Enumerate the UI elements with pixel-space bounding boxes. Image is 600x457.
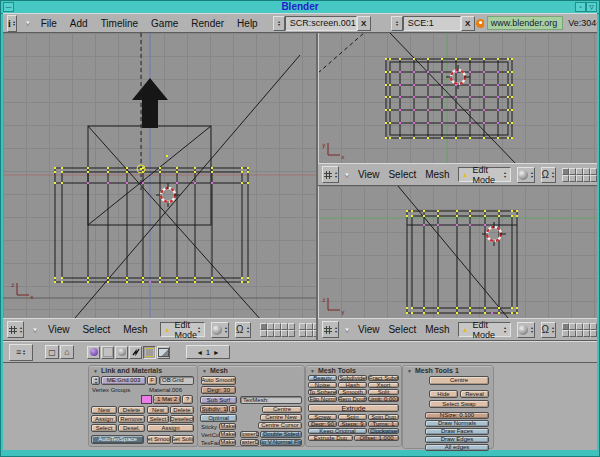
viewport-side-canvas[interactable]: z y bbox=[318, 186, 597, 318]
set-solid-button[interactable]: Set Solid bbox=[172, 435, 194, 444]
frame-number-field[interactable]: ◂ 1 ▸ bbox=[186, 345, 230, 359]
layer-toggle[interactable] bbox=[590, 323, 597, 330]
select-swap-button[interactable]: Select Swap bbox=[429, 400, 489, 408]
layer-toggle[interactable] bbox=[299, 323, 306, 330]
viewport-top-canvas[interactable]: y x bbox=[318, 33, 597, 163]
viewport-type-button[interactable]: ▲▼ bbox=[7, 321, 24, 338]
mode-dropdown[interactable]: ▲ Edit Mode ▲▼ bbox=[458, 322, 511, 337]
xsort-button[interactable]: Xsort bbox=[368, 382, 399, 388]
steps-field[interactable]: Steps: 9 bbox=[338, 421, 367, 427]
panel-header[interactable]: ▼Mesh Tools 1 bbox=[407, 367, 459, 374]
noise-button[interactable]: Noise bbox=[308, 382, 337, 388]
no-vnormal-flip-toggle[interactable]: No V.Normal Flip bbox=[260, 439, 302, 446]
question-button[interactable]: ? bbox=[182, 395, 193, 404]
layer-toggle[interactable] bbox=[274, 330, 281, 337]
header-menu-collapse-icon[interactable]: ▼ bbox=[344, 172, 350, 178]
flip-normals-button[interactable]: Flip Norm bbox=[308, 396, 337, 402]
nsize-field[interactable]: NSize: 0.100 bbox=[425, 412, 489, 419]
layer-toggle[interactable] bbox=[583, 323, 590, 330]
all-edges-toggle[interactable]: All edges bbox=[425, 444, 489, 451]
mat-assign-button[interactable]: Assign bbox=[147, 424, 194, 432]
spin-dup-button[interactable]: Spin Dup bbox=[368, 414, 399, 420]
pivot-dropdown[interactable]: Ω ▲▼ bbox=[541, 322, 556, 338]
mat-select-button[interactable]: Select bbox=[147, 415, 169, 423]
turns-field[interactable]: Turns: 1 bbox=[368, 421, 399, 427]
menu-mesh[interactable]: Mesh bbox=[425, 169, 449, 180]
layer-toggle[interactable] bbox=[569, 323, 576, 330]
menu-view[interactable]: View bbox=[358, 169, 380, 180]
keep-original-toggle[interactable]: Keep Original bbox=[308, 428, 367, 434]
menu-select[interactable]: Select bbox=[388, 324, 416, 335]
header-menu-collapse-icon[interactable]: ▼ bbox=[32, 327, 38, 333]
rem-doubles-button[interactable]: Rem Doub bbox=[338, 396, 367, 402]
to-sphere-button[interactable]: To Sphere bbox=[308, 389, 337, 395]
layer-toggle[interactable] bbox=[306, 323, 313, 330]
fake-user-button[interactable]: F bbox=[147, 376, 157, 385]
vg-remove-button[interactable]: Remove bbox=[118, 415, 145, 423]
fullscreen-icon-button[interactable]: ▢ bbox=[45, 345, 59, 359]
layer-toggle[interactable] bbox=[576, 323, 583, 330]
layer-toggle[interactable] bbox=[562, 175, 569, 182]
subdiv-field[interactable]: Subdiv: 1 bbox=[200, 405, 228, 413]
offset-field[interactable]: Offset: 1.000 bbox=[354, 435, 399, 441]
material-index-field[interactable]: ‹ 1 Mat 2 › bbox=[153, 395, 181, 404]
menu-file[interactable]: File bbox=[41, 18, 57, 29]
home-icon-button[interactable]: ⌂ bbox=[60, 345, 74, 359]
vg-delete-button[interactable]: Delete bbox=[118, 406, 145, 414]
extrude-button[interactable]: Extrude bbox=[308, 404, 399, 412]
buttons-window-type-button[interactable]: ≡ ▲▼ bbox=[9, 344, 33, 361]
draw-mode-dropdown[interactable]: ▲▼ bbox=[517, 322, 535, 338]
vertcol-make-button[interactable]: Make bbox=[219, 431, 236, 438]
layer-toggle[interactable] bbox=[562, 323, 569, 330]
menu-timeline[interactable]: Timeline bbox=[101, 18, 138, 29]
panel-header[interactable]: ▼Link and Materials bbox=[93, 367, 162, 374]
mesh-name-field[interactable]: ME:Grid.003 bbox=[101, 376, 146, 385]
set-smooth-button[interactable]: Set Smooth bbox=[147, 435, 171, 444]
vg-select-button[interactable]: Select bbox=[91, 424, 117, 432]
menu-view[interactable]: View bbox=[48, 324, 70, 335]
scene-context-icon-button[interactable] bbox=[157, 346, 170, 359]
layer-toggle[interactable] bbox=[288, 330, 295, 337]
texface-make-button[interactable]: Make bbox=[219, 439, 236, 446]
layer-toggle[interactable] bbox=[313, 330, 316, 337]
clockwise-toggle[interactable]: Clockwise bbox=[368, 428, 399, 434]
sub-surf-toggle[interactable]: Sub Surf bbox=[200, 396, 237, 404]
centre-button[interactable]: Centre bbox=[262, 406, 302, 413]
menu-help[interactable]: Help bbox=[237, 18, 258, 29]
degr-90-field[interactable]: Degr: 90 bbox=[308, 421, 337, 427]
layer-toggle[interactable] bbox=[590, 175, 597, 182]
delete-scene-button[interactable]: X bbox=[461, 16, 475, 31]
menu-mesh[interactable]: Mesh bbox=[123, 324, 147, 335]
layer-toggle[interactable] bbox=[583, 175, 590, 182]
mode-dropdown[interactable]: ▲ Edit Mode ▲▼ bbox=[458, 167, 511, 182]
menu-game[interactable]: Game bbox=[151, 18, 178, 29]
degr-field[interactable]: Degr: 30 bbox=[201, 386, 236, 394]
smooth-button[interactable]: Smooth bbox=[338, 389, 367, 395]
vg-new-button[interactable]: New bbox=[91, 406, 117, 414]
pivot-dropdown[interactable]: Ω ▲▼ bbox=[235, 322, 250, 338]
layer-toggle[interactable] bbox=[590, 330, 597, 337]
sticky-make-button[interactable]: Make bbox=[219, 423, 236, 430]
layer-toggle[interactable] bbox=[569, 330, 576, 337]
screw-button[interactable]: Screw bbox=[308, 414, 337, 420]
slower-draw-button[interactable]: SlowerDr bbox=[240, 431, 259, 438]
material-color-swatch[interactable] bbox=[141, 395, 152, 404]
layer-toggle[interactable] bbox=[299, 330, 306, 337]
viewport-type-button[interactable]: ▲▼ bbox=[322, 166, 339, 183]
frame-decrement-icon[interactable]: ◂ bbox=[198, 348, 202, 357]
browse-screens-button[interactable]: ▲▼ bbox=[273, 16, 285, 31]
limit-field[interactable]: Limit: 0.001 bbox=[368, 396, 399, 402]
viewport-divider[interactable] bbox=[316, 33, 318, 341]
object-context-icon-button[interactable] bbox=[129, 346, 142, 359]
layer-toggle[interactable] bbox=[281, 323, 288, 330]
screen-name-field[interactable]: SCR:screen.001 bbox=[285, 16, 357, 31]
layer-toggle[interactable] bbox=[306, 330, 313, 337]
layer-toggle[interactable] bbox=[281, 330, 288, 337]
layer-toggle[interactable] bbox=[562, 168, 569, 175]
extrude-dup-button[interactable]: Extrude Dup bbox=[308, 435, 353, 441]
mat-prev-icon[interactable]: ‹ bbox=[153, 397, 155, 402]
reveal-button[interactable]: Reveal bbox=[460, 390, 489, 398]
header-menu-collapse-icon[interactable]: ▼ bbox=[344, 327, 350, 333]
mat-deselect-button[interactable]: Deselect bbox=[170, 415, 194, 423]
split-button[interactable]: Split bbox=[368, 389, 399, 395]
